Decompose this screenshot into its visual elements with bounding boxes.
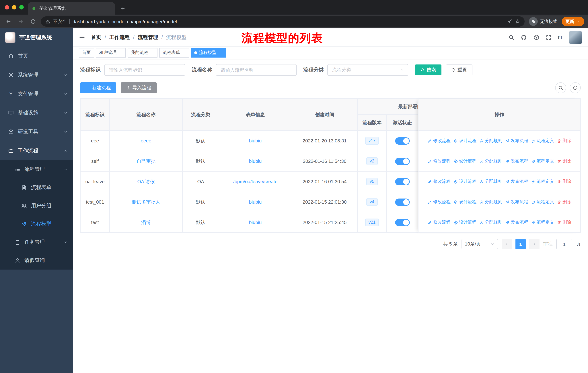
search-button[interactable]: 搜索 — [415, 64, 441, 75]
version-tag[interactable]: v17 — [365, 137, 379, 145]
assign-rule-link[interactable]: 分配规则 — [479, 199, 502, 205]
assign-rule-link[interactable]: 分配规则 — [479, 179, 502, 185]
tag-tenant[interactable]: 租户管理 — [96, 48, 126, 57]
process-definition-link[interactable]: 流程定义 — [531, 199, 554, 205]
delete-link[interactable]: 删除 — [557, 199, 571, 205]
sidebar-item-user-group[interactable]: 用户分组 — [0, 197, 73, 215]
tab-close-icon[interactable] — [107, 6, 112, 10]
form-link[interactable]: biubiu — [249, 138, 262, 143]
publish-process-link[interactable]: 发布流程 — [505, 158, 528, 164]
design-process-link[interactable]: 设计流程 — [453, 158, 476, 164]
process-name-link[interactable]: 自己审批 — [136, 158, 156, 164]
publish-process-link[interactable]: 发布流程 — [505, 179, 528, 185]
fullscreen-icon[interactable] — [546, 34, 552, 40]
browser-tab[interactable]: 芋道管理系统 — [28, 2, 115, 15]
process-name-link[interactable]: eeee — [141, 138, 151, 143]
breadcrumb-item[interactable]: 流程管理 — [130, 34, 158, 40]
modify-process-link[interactable]: 修改流程 — [428, 219, 451, 225]
publish-process-link[interactable]: 发布流程 — [505, 138, 528, 144]
assign-rule-link[interactable]: 分配规则 — [479, 219, 502, 225]
sidebar-item-system[interactable]: 系统管理 — [0, 66, 73, 84]
goto-page-input[interactable] — [556, 239, 572, 249]
hamburger-icon[interactable] — [79, 34, 85, 40]
reload-button[interactable] — [28, 17, 38, 26]
tag-close-icon[interactable] — [150, 51, 154, 55]
delete-link[interactable]: 删除 — [557, 138, 571, 144]
form-link[interactable]: biubiu — [249, 220, 262, 225]
breadcrumb-item[interactable]: 首页 — [91, 34, 101, 40]
current-page-button[interactable]: 1 — [515, 239, 526, 249]
password-key-icon[interactable] — [507, 19, 512, 24]
import-process-button[interactable]: 导入流程 — [121, 82, 157, 93]
tag-close-icon[interactable] — [218, 51, 222, 55]
process-name-input[interactable] — [216, 64, 297, 76]
sidebar-item-infrastructure[interactable]: 基础设施 — [0, 103, 73, 122]
search-icon[interactable] — [508, 34, 514, 40]
design-process-link[interactable]: 设计流程 — [453, 138, 476, 144]
active-toggle[interactable] — [395, 158, 410, 165]
tag-process-form[interactable]: 流程表单 — [159, 48, 189, 57]
delete-link[interactable]: 删除 — [557, 179, 571, 185]
user-avatar[interactable] — [569, 31, 582, 44]
tag-home[interactable]: 首页 — [79, 48, 94, 57]
prev-page-button[interactable] — [502, 239, 512, 249]
sidebar-item-devtools[interactable]: 研发工具 — [0, 122, 73, 141]
forward-button[interactable] — [16, 17, 26, 26]
publish-process-link[interactable]: 发布流程 — [505, 199, 528, 205]
delete-link[interactable]: 删除 — [557, 158, 571, 164]
next-page-button[interactable] — [529, 239, 539, 249]
version-tag[interactable]: v21 — [365, 219, 379, 226]
sidebar-item-payment[interactable]: ¥ 支付管理 — [0, 84, 73, 103]
process-definition-link[interactable]: 流程定义 — [531, 179, 554, 185]
sidebar-item-workflow[interactable]: 工作流程 — [0, 141, 73, 160]
minimize-window-button[interactable] — [12, 5, 16, 10]
process-name-link[interactable]: 测试多审批人 — [132, 199, 160, 205]
form-link[interactable]: biubiu — [249, 199, 262, 205]
app-logo[interactable]: 芋道管理系统 — [0, 28, 73, 47]
sidebar-item-process-model[interactable]: 流程模型 — [0, 215, 73, 233]
design-process-link[interactable]: 设计流程 — [453, 179, 476, 185]
tag-process-model[interactable]: 流程模型 — [191, 48, 226, 57]
modify-process-link[interactable]: 修改流程 — [428, 138, 451, 144]
process-name-link[interactable]: 滔博 — [141, 219, 151, 226]
delete-link[interactable]: 删除 — [557, 219, 571, 225]
active-toggle[interactable] — [395, 137, 410, 144]
process-definition-link[interactable]: 流程定义 — [531, 219, 554, 225]
toggle-search-button[interactable] — [555, 82, 566, 93]
bookmark-star-icon[interactable] — [515, 19, 520, 24]
tag-my-process[interactable]: 我的流程 — [128, 48, 158, 57]
sidebar-item-home[interactable]: 首页 — [0, 47, 73, 66]
version-tag[interactable]: v2 — [366, 158, 378, 165]
active-toggle[interactable] — [395, 198, 410, 206]
design-process-link[interactable]: 设计流程 — [453, 199, 476, 205]
help-icon[interactable] — [533, 34, 539, 40]
back-button[interactable] — [4, 17, 13, 26]
active-toggle[interactable] — [395, 219, 410, 226]
breadcrumb-item[interactable]: 工作流程 — [101, 34, 130, 40]
refresh-table-button[interactable] — [570, 82, 581, 93]
process-category-select[interactable]: 流程分类 — [327, 64, 408, 76]
modify-process-link[interactable]: 修改流程 — [428, 199, 451, 205]
version-tag[interactable]: v5 — [366, 178, 378, 185]
version-tag[interactable]: v4 — [366, 198, 378, 206]
zoom-window-button[interactable] — [19, 5, 24, 10]
sidebar-item-task-management[interactable]: 任务管理 — [0, 233, 73, 251]
process-definition-link[interactable]: 流程定义 — [531, 138, 554, 144]
active-toggle[interactable] — [395, 178, 410, 185]
modify-process-link[interactable]: 修改流程 — [428, 179, 451, 185]
process-definition-link[interactable]: 流程定义 — [531, 158, 554, 164]
sidebar-item-process-management[interactable]: 流程管理 — [0, 160, 73, 179]
tag-close-icon[interactable] — [182, 51, 186, 55]
sidebar-item-leave-query[interactable]: 请假查询 — [0, 251, 73, 270]
create-process-button[interactable]: 新建流程 — [80, 82, 116, 93]
github-icon[interactable] — [521, 34, 527, 40]
reset-button[interactable]: 重置 — [446, 64, 472, 75]
design-process-link[interactable]: 设计流程 — [453, 219, 476, 225]
form-link[interactable]: biubiu — [249, 159, 262, 164]
address-bar[interactable]: 不安全 dashboard.yudao.iocoder.cn/bpm/manag… — [41, 16, 525, 27]
font-size-icon[interactable]: tT — [558, 34, 563, 40]
new-tab-button[interactable] — [117, 3, 128, 14]
form-link[interactable]: /bpm/oa/leave/create — [233, 179, 278, 184]
close-window-button[interactable] — [5, 5, 9, 10]
sidebar-item-process-form[interactable]: 流程表单 — [0, 179, 73, 197]
